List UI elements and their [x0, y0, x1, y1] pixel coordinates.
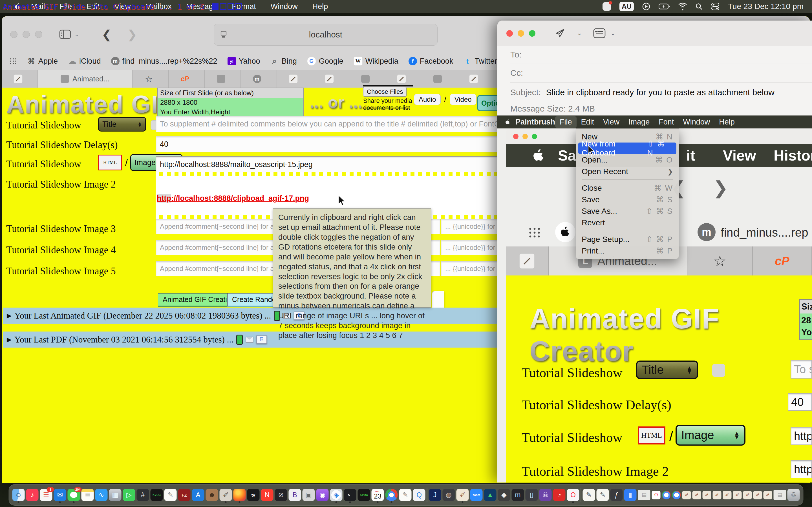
dock-icon[interactable]: zoom [470, 489, 483, 501]
dock-icon[interactable]: ☠ [539, 489, 552, 501]
dock-icon[interactable]: m [512, 489, 524, 501]
dock-icon[interactable]: A [192, 489, 204, 501]
dock-icon[interactable]: ▤ [638, 490, 651, 500]
dock-icon[interactable]: ♪ [26, 489, 39, 501]
browser-tab[interactable] [205, 70, 241, 88]
dock-icon[interactable]: ▮ [624, 489, 637, 501]
menubar-item[interactable]: Window [263, 2, 305, 11]
browser-tab[interactable] [313, 70, 349, 88]
dock-icon[interactable]: ✐ [220, 489, 232, 501]
audio-button[interactable]: Audio [414, 94, 441, 105]
sidebar-icon[interactable] [59, 30, 71, 39]
dock-icon[interactable]: ◉ [316, 489, 329, 501]
browser-tab[interactable]: ☆ [133, 70, 168, 88]
dock-icon[interactable]: ☻ [206, 489, 218, 501]
dock-icon[interactable]: ✐ [682, 491, 691, 499]
html-button[interactable]: HTML [98, 155, 122, 170]
paintbrush-app-name[interactable]: Paintbrush [515, 118, 555, 126]
chevron-down-icon[interactable]: ⌄ [74, 31, 79, 38]
file-menu-item[interactable] [581, 231, 673, 231]
zoom-button[interactable] [529, 30, 536, 37]
browser-tab[interactable] [457, 70, 493, 88]
pasted-screenshot-attachment[interactable]: Paintbrush FileEditViewImageFontWindowHe… [497, 115, 812, 483]
bookmark-item[interactable]: G Google [307, 57, 343, 66]
file-menu-item[interactable]: Page Setup... ⇧ ⌘ P [578, 233, 676, 245]
dock-icon[interactable]: ✉ [54, 489, 66, 501]
wifi-icon[interactable] [678, 3, 687, 10]
bookmark-item[interactable]: ☁ iCloud [68, 57, 101, 66]
file-menu-item[interactable]: Save As... ⇧ ⌘ S [578, 205, 676, 217]
dock-icon[interactable]: ✐ [693, 491, 701, 499]
dock-icon[interactable]: B [289, 489, 301, 501]
bookmark-item[interactable]: t Twitter [463, 57, 497, 66]
paintbrush-menu-item[interactable]: Image [624, 116, 654, 128]
browser-tab[interactable] [421, 70, 457, 88]
slide2-url-link[interactable]: http://localhost:8888/clipboad_agif-17.p… [157, 194, 309, 203]
close-button[interactable] [10, 31, 17, 38]
dock-icon[interactable]: ✐ [456, 489, 469, 501]
dock-icon[interactable]: ƒ [610, 489, 623, 501]
control-center-icon[interactable] [711, 3, 719, 10]
dock-icon[interactable]: ✎ [164, 489, 177, 501]
file-menu-item[interactable] [581, 179, 673, 180]
dock-icon[interactable]: ▤ [774, 490, 786, 500]
dock-icon[interactable] [662, 491, 671, 499]
file-menu-item[interactable]: Print... ⌘ P [578, 245, 676, 257]
bookmark-item[interactable]: f Facebook [409, 57, 453, 66]
browser-tab[interactable]: cP [168, 70, 205, 88]
send-icon[interactable] [555, 27, 566, 39]
dock-icon[interactable]: ▣ [303, 489, 315, 501]
dock-icon[interactable]: DEC 23 [371, 489, 384, 501]
dock-icon[interactable]: FZ [178, 489, 191, 501]
menubar-item[interactable]: Help [305, 2, 336, 11]
dock-icon[interactable]: ✎ [597, 489, 609, 501]
dock-icon[interactable]: tv [247, 489, 260, 501]
dock-icon[interactable]: ♲ [788, 489, 800, 501]
input-source-indicator[interactable]: AU [619, 2, 634, 11]
close-button[interactable] [506, 30, 513, 37]
browser-tab[interactable] [277, 70, 313, 88]
dock-icon[interactable]: ☰ 3 [40, 489, 52, 501]
menubar-clock[interactable]: Tue 23 Dec 12:10 pm [728, 2, 804, 11]
battery-icon[interactable] [659, 3, 670, 10]
dock-icon[interactable]: ✐ [703, 491, 711, 499]
dock-icon[interactable]: ◔ [553, 489, 566, 501]
browser-tab[interactable]: m [241, 70, 277, 88]
dock-icon[interactable]: ✐ [733, 491, 742, 499]
bookmark-item[interactable]: W Wikipedia [354, 57, 398, 66]
dock-icon[interactable]: ✎ [583, 489, 595, 501]
file-menu-item[interactable]: Save ⌘ S [578, 194, 676, 205]
dock-icon[interactable]: ◆ [498, 489, 510, 501]
dock-icon[interactable]: # [137, 489, 149, 501]
dock-icon[interactable]: >_ [344, 489, 356, 501]
paintbrush-menu-item[interactable]: Font [654, 116, 678, 128]
apple-icon[interactable] [505, 119, 510, 125]
file-menu-item[interactable]: New from Clipboard ⇧ ⌘ N [578, 143, 676, 154]
dock-icon[interactable] [672, 491, 681, 499]
dock-icon[interactable]: O [567, 489, 579, 501]
dock-icon[interactable]: Q [413, 489, 425, 501]
back-button[interactable]: ❮ [102, 27, 112, 41]
dock-icon[interactable]: ∿ [95, 489, 108, 501]
browser-tab[interactable]: Animated... [38, 70, 133, 88]
subject-field[interactable]: Subject: Slide in clipboard ready for yo… [497, 82, 812, 102]
dock-icon[interactable]: ✎ [399, 489, 412, 501]
forward-button[interactable]: ❯ [127, 27, 137, 41]
paintbrush-menu-item[interactable]: Window [678, 116, 714, 128]
chevron-down-icon[interactable]: ⌄ [577, 30, 582, 37]
dock-icon[interactable]: ◍ [443, 489, 455, 501]
dock-icon[interactable]: J [429, 489, 441, 501]
paintbrush-menu-item[interactable]: View [599, 116, 624, 128]
dock-icon[interactable]: KVDC [358, 489, 370, 501]
dock-icon[interactable]: O [652, 491, 661, 499]
size-of-first-slide-box[interactable]: Size of First Slide (or as below) 2880 x… [157, 88, 304, 117]
chevron-down-icon[interactable]: ⌄ [610, 30, 615, 37]
browser-tab[interactable] [385, 70, 421, 88]
dock-icon[interactable] [234, 489, 246, 501]
dock-icon[interactable]: KVDC [151, 489, 163, 501]
browser-tab[interactable] [349, 70, 385, 88]
bookmark-item[interactable]: m find_minus....rep+%22s%22 [111, 57, 217, 66]
bookmark-item[interactable]: y! Yahoo [227, 57, 260, 66]
address-bar[interactable]: localhost [214, 24, 438, 46]
minimize-button[interactable] [518, 30, 524, 37]
